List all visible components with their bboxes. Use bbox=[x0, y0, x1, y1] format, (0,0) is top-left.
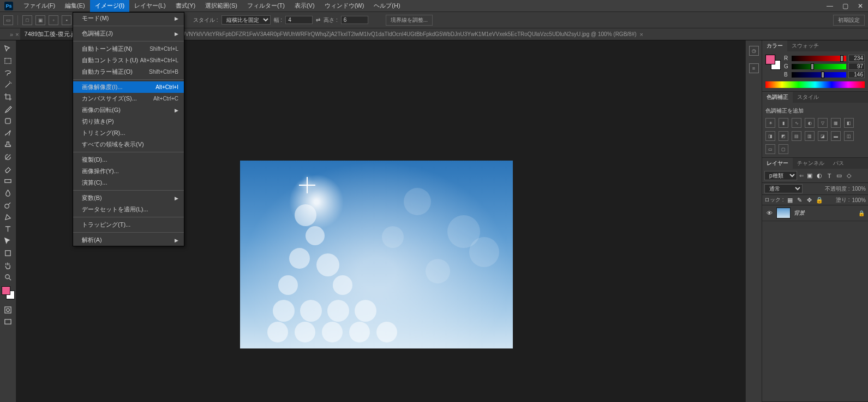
menu-item-0[interactable]: モード(M)▶ bbox=[73, 13, 184, 24]
height-input[interactable] bbox=[341, 16, 368, 24]
heal-tool-icon[interactable] bbox=[1, 115, 15, 127]
tab-color[interactable]: カラー bbox=[762, 40, 787, 51]
gradient-tool-icon[interactable] bbox=[1, 175, 15, 187]
lock-pos-icon[interactable]: ✥ bbox=[806, 196, 813, 204]
minimize-button[interactable]: — bbox=[822, 0, 837, 12]
menu-item-16[interactable]: 画像操作(Y)... bbox=[73, 165, 184, 177]
menu-item-6[interactable]: 自動カラー補正(O)Shift+Ctrl+B bbox=[73, 66, 184, 78]
swap-icon[interactable]: ⇄ bbox=[316, 17, 320, 23]
menu-1[interactable]: 編集(E) bbox=[60, 0, 90, 12]
threshold-icon[interactable]: ◫ bbox=[844, 131, 854, 141]
menu-item-12[interactable]: トリミング(R)... bbox=[73, 127, 184, 139]
tab-styles[interactable]: スタイル bbox=[793, 92, 823, 103]
document-canvas[interactable] bbox=[240, 161, 513, 348]
workspace-button[interactable]: 初期設定 bbox=[833, 15, 865, 26]
menu-3[interactable]: レイヤー(L) bbox=[129, 0, 170, 12]
tab-adjustments[interactable]: 色調補正 bbox=[762, 92, 793, 103]
lookup-icon[interactable]: ▥ bbox=[805, 131, 815, 141]
screenmode-icon[interactable] bbox=[1, 316, 15, 328]
type-tool-icon[interactable] bbox=[1, 223, 15, 235]
b-slider[interactable] bbox=[792, 72, 846, 78]
layer-name[interactable]: 背景 bbox=[794, 209, 805, 217]
quickmask-icon[interactable] bbox=[1, 304, 15, 316]
tab-swatches[interactable]: スウォッチ bbox=[787, 40, 823, 51]
menu-item-4[interactable]: 自動トーン補正(N)Shift+Ctrl+L bbox=[73, 43, 184, 55]
g-value[interactable] bbox=[848, 63, 865, 70]
colorbal-icon[interactable]: ◧ bbox=[844, 118, 854, 128]
curves-icon[interactable]: ∿ bbox=[792, 118, 801, 128]
menu-8[interactable]: ウィンドウ(W) bbox=[320, 0, 369, 12]
menu-item-10[interactable]: 画像の回転(G)▶ bbox=[73, 104, 184, 116]
refine-edge-button[interactable]: 境界線を調整... bbox=[386, 15, 433, 26]
vibrance-icon[interactable]: ▽ bbox=[818, 118, 828, 128]
menu-item-2[interactable]: 色調補正(J)▶ bbox=[73, 28, 184, 39]
lasso-tool-icon[interactable] bbox=[1, 67, 15, 79]
menu-4[interactable]: 書式(Y) bbox=[171, 0, 201, 12]
menu-item-15[interactable]: 複製(D)... bbox=[73, 154, 184, 165]
brush-tool-icon[interactable] bbox=[1, 127, 15, 139]
filter-type-icon[interactable]: T bbox=[825, 172, 833, 180]
selective-icon[interactable]: ▢ bbox=[779, 144, 788, 154]
visibility-icon[interactable]: 👁 bbox=[765, 209, 773, 217]
menu-item-17[interactable]: 演算(C)... bbox=[73, 177, 184, 188]
width-input[interactable] bbox=[285, 16, 313, 24]
menu-7[interactable]: 表示(V) bbox=[290, 0, 320, 12]
filter-smart-icon[interactable]: ◇ bbox=[845, 172, 853, 180]
crop-tool-icon[interactable] bbox=[1, 91, 15, 103]
menu-item-9[interactable]: カンバスサイズ(S)...Alt+Ctrl+C bbox=[73, 93, 184, 104]
intersect-selection-icon[interactable]: ▪ bbox=[62, 15, 71, 25]
move-tool-icon[interactable] bbox=[1, 43, 15, 55]
fill-value[interactable]: 100% bbox=[852, 197, 866, 203]
layer-thumbnail[interactable] bbox=[776, 208, 791, 218]
tab-chevron-icon[interactable]: » bbox=[10, 31, 13, 38]
add-selection-icon[interactable]: ▣ bbox=[35, 15, 45, 25]
menu-6[interactable]: フィルター(T) bbox=[242, 0, 290, 12]
filter-adj-icon[interactable]: ◐ bbox=[816, 172, 823, 180]
channel-icon[interactable]: ▤ bbox=[792, 131, 801, 141]
properties-panel-icon[interactable]: ≡ bbox=[749, 63, 759, 73]
close-doc-icon[interactable]: × bbox=[640, 31, 643, 38]
close-button[interactable]: ✕ bbox=[853, 0, 868, 12]
invert-icon[interactable]: ◪ bbox=[818, 131, 828, 141]
brightness-icon[interactable]: ☀ bbox=[765, 118, 775, 128]
path-tool-icon[interactable] bbox=[1, 235, 15, 247]
menu-item-24[interactable]: 解析(A)▶ bbox=[73, 234, 184, 246]
dodge-tool-icon[interactable] bbox=[1, 199, 15, 211]
panel-color-swatch[interactable] bbox=[765, 55, 781, 70]
shape-tool-icon[interactable] bbox=[1, 247, 15, 259]
style-select[interactable]: 縦横比を固定 bbox=[222, 15, 271, 25]
hue-icon[interactable]: ▦ bbox=[831, 118, 841, 128]
poster-icon[interactable]: ▬ bbox=[831, 131, 841, 141]
stamp-tool-icon[interactable] bbox=[1, 139, 15, 151]
r-slider[interactable] bbox=[792, 56, 846, 61]
pen-tool-icon[interactable] bbox=[1, 211, 15, 223]
marquee-tool-icon[interactable] bbox=[1, 55, 15, 67]
opacity-value[interactable]: 100% bbox=[852, 186, 866, 192]
foreground-swatch[interactable] bbox=[2, 286, 10, 295]
maximize-button[interactable]: ▢ bbox=[837, 0, 853, 12]
layer-item[interactable]: 👁 背景 🔒 bbox=[762, 205, 868, 221]
history-brush-icon[interactable] bbox=[1, 151, 15, 163]
menu-item-8[interactable]: 画像解像度(I)...Alt+Ctrl+I bbox=[73, 81, 184, 93]
menu-5[interactable]: 選択範囲(S) bbox=[200, 0, 242, 12]
bw-icon[interactable]: ◨ bbox=[765, 131, 775, 141]
exposure-icon[interactable]: ◐ bbox=[805, 118, 815, 128]
tab-paths[interactable]: パス bbox=[829, 158, 848, 169]
zoom-tool-icon[interactable] bbox=[1, 271, 15, 283]
layer-kind-select[interactable]: p種類 bbox=[764, 171, 797, 180]
lock-paint-icon[interactable]: ✎ bbox=[796, 196, 804, 204]
menu-2[interactable]: イメージ(I) bbox=[90, 0, 129, 12]
tab-channels[interactable]: チャンネル bbox=[793, 158, 829, 169]
g-slider[interactable] bbox=[792, 64, 846, 69]
color-swatch[interactable] bbox=[2, 286, 15, 299]
wand-tool-icon[interactable] bbox=[1, 79, 15, 91]
eyedropper-tool-icon[interactable] bbox=[1, 103, 15, 115]
b-value[interactable] bbox=[848, 71, 865, 78]
eraser-tool-icon[interactable] bbox=[1, 163, 15, 175]
r-value[interactable] bbox=[848, 55, 865, 62]
new-selection-icon[interactable]: □ bbox=[22, 15, 32, 25]
hand-tool-icon[interactable] bbox=[1, 259, 15, 271]
menu-9[interactable]: ヘルプ(H) bbox=[369, 0, 405, 12]
lock-trans-icon[interactable]: ▦ bbox=[786, 196, 794, 204]
spectrum-bar[interactable] bbox=[765, 81, 865, 88]
